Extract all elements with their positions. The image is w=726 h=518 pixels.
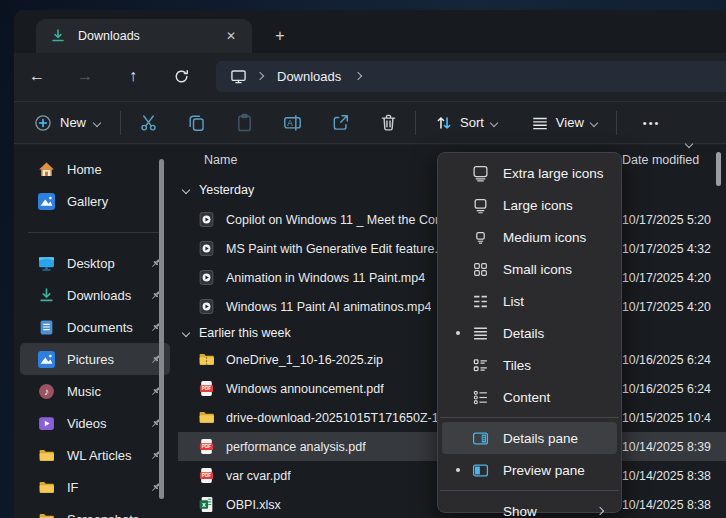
sort-icon <box>435 114 453 132</box>
sidebar-item-if[interactable]: IF <box>20 471 170 503</box>
menu-item-label: Details <box>503 326 544 341</box>
share-button[interactable] <box>323 107 357 139</box>
menu-item-medium-icons[interactable]: Medium icons <box>442 221 617 253</box>
folder-icon <box>198 409 215 426</box>
sidebar-item-music[interactable]: Music <box>20 375 170 407</box>
extra-large-icons-icon <box>472 165 489 182</box>
sidebar-item-downloads[interactable]: Downloads <box>20 279 170 311</box>
paste-button[interactable] <box>227 107 261 139</box>
paste-icon <box>235 113 254 132</box>
address-bar[interactable]: Downloads <box>216 61 726 92</box>
sidebar-divider <box>14 217 178 247</box>
sidebar-item-label: Gallery <box>67 194 162 209</box>
menu-item-list[interactable]: List <box>442 285 617 317</box>
menu-item-content[interactable]: Content <box>442 381 617 413</box>
up-button[interactable]: ↑ <box>116 61 150 91</box>
video-file-icon <box>198 298 215 315</box>
menu-item-details-pane[interactable]: Details pane <box>442 422 617 454</box>
file-list-scrollbar[interactable] <box>716 152 721 186</box>
column-header-date-modified[interactable]: Date modified <box>622 153 699 167</box>
sidebar-item-screenshots[interactable]: Screenshots <box>20 503 170 518</box>
file-name: Copilot on Windows 11 _ Meet the Compu <box>226 213 459 227</box>
sidebar-item-pictures[interactable]: Pictures <box>20 343 170 375</box>
tab-downloads[interactable]: Downloads ✕ <box>36 19 252 53</box>
file-date: 10/15/2025 10:4 <box>622 411 726 425</box>
chevron-down-icon <box>93 118 101 126</box>
menu-item-large-icons[interactable]: Large icons <box>442 189 617 221</box>
refresh-button[interactable] <box>164 61 198 91</box>
file-name: OBPI.xlsx <box>226 498 281 512</box>
file-date: 10/17/2025 5:20 <box>622 213 726 227</box>
view-button[interactable]: View <box>522 109 606 137</box>
home-icon <box>38 161 55 178</box>
menu-item-label: List <box>503 294 524 309</box>
copy-icon <box>187 113 206 132</box>
sidebar-item-desktop[interactable]: Desktop <box>20 247 170 279</box>
breadcrumb-chevron-icon[interactable] <box>354 72 362 80</box>
navigation-bar: ← → ↑ Downloads <box>14 53 726 99</box>
file-date: 10/17/2025 4:20 <box>622 271 726 285</box>
sidebar-item-gallery[interactable]: Gallery <box>20 185 170 217</box>
sidebar-item-wl-articles[interactable]: WL Articles <box>20 439 170 471</box>
medium-icons-icon <box>472 229 489 246</box>
back-button[interactable]: ← <box>20 61 54 91</box>
delete-button[interactable] <box>371 107 405 139</box>
column-header-name[interactable]: Name <box>178 153 237 167</box>
sidebar-item-label: Desktop <box>67 256 149 271</box>
collapse-chevron-icon[interactable] <box>182 329 190 337</box>
sidebar-item-videos[interactable]: Videos <box>20 407 170 439</box>
sidebar-item-home[interactable]: Home <box>20 153 170 185</box>
refresh-icon <box>173 68 190 85</box>
collapse-chevron-icon[interactable] <box>182 186 190 194</box>
sidebar: Home Gallery Desktop Downloads <box>14 145 178 518</box>
video-file-icon <box>198 240 215 257</box>
menu-item-extra-large-icons[interactable]: Extra large icons <box>442 157 617 189</box>
sidebar-scrollbar[interactable] <box>159 159 164 499</box>
downloads-icon <box>38 287 55 304</box>
menu-item-label: Medium icons <box>503 230 586 245</box>
sidebar-item-label: Downloads <box>67 288 149 303</box>
menu-item-label: Content <box>503 390 550 405</box>
tab-label: Downloads <box>78 29 220 43</box>
rename-button[interactable] <box>275 107 309 139</box>
sidebar-item-label: Videos <box>67 416 149 431</box>
file-name: var cvar.pdf <box>226 469 291 483</box>
sort-button[interactable]: Sort <box>426 109 506 137</box>
pdf-file-icon <box>198 467 215 484</box>
chevron-down-icon <box>490 118 498 126</box>
selected-bullet-icon <box>456 468 460 472</box>
sidebar-item-label: Home <box>67 162 162 177</box>
menu-divider <box>440 490 619 491</box>
sidebar-item-label: Documents <box>67 320 149 335</box>
new-tab-button[interactable]: + <box>267 24 293 48</box>
file-name: OneDrive_1_10-16-2025.zip <box>226 353 383 367</box>
details-icon <box>472 325 489 342</box>
file-date: 10/16/2025 6:24 <box>622 382 726 396</box>
copy-button[interactable] <box>179 107 213 139</box>
sidebar-item-documents[interactable]: Documents <box>20 311 170 343</box>
tab-bar: Downloads ✕ + <box>14 10 726 53</box>
video-file-icon <box>198 211 215 228</box>
pictures-icon <box>38 351 55 368</box>
view-button-label: View <box>556 115 584 130</box>
this-pc-icon <box>230 68 247 85</box>
selected-bullet-icon <box>456 331 460 335</box>
menu-item-tiles[interactable]: Tiles <box>442 349 617 381</box>
menu-item-label: Extra large icons <box>503 166 604 181</box>
videos-icon <box>38 415 55 432</box>
breadcrumb-downloads[interactable]: Downloads <box>277 69 341 84</box>
cut-button[interactable] <box>131 107 165 139</box>
close-tab-button[interactable]: ✕ <box>220 26 242 46</box>
sort-button-label: Sort <box>460 115 484 130</box>
menu-item-small-icons[interactable]: Small icons <box>442 253 617 285</box>
menu-item-show[interactable]: Show <box>442 495 617 518</box>
new-button[interactable]: New <box>24 109 110 137</box>
sidebar-item-label: Music <box>67 384 149 399</box>
sidebar-item-label: Pictures <box>67 352 149 367</box>
menu-item-details[interactable]: Details <box>442 317 617 349</box>
forward-button[interactable]: → <box>68 61 102 91</box>
content-icon <box>472 389 489 406</box>
more-options-button[interactable]: ••• <box>635 111 669 135</box>
menu-item-preview-pane[interactable]: Preview pane <box>442 454 617 486</box>
toolbar-divider <box>616 111 617 135</box>
